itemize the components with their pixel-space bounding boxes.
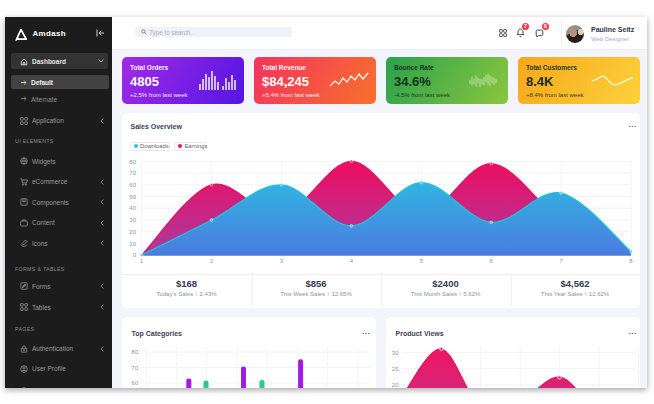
svg-text:10: 10	[129, 240, 136, 246]
svg-text:5: 5	[420, 257, 424, 263]
svg-text:70: 70	[131, 365, 138, 371]
svg-text:6: 6	[490, 257, 494, 263]
svg-text:80: 80	[131, 349, 138, 355]
svg-text:70: 70	[129, 170, 136, 176]
svg-text:8: 8	[629, 257, 633, 263]
svg-text:25: 25	[392, 366, 399, 372]
svg-text:3: 3	[280, 257, 284, 263]
svg-text:80: 80	[129, 158, 136, 164]
svg-text:2: 2	[210, 257, 214, 263]
svg-text:7: 7	[559, 257, 563, 263]
svg-text:4: 4	[350, 257, 354, 263]
svg-text:60: 60	[131, 380, 138, 386]
svg-text:60: 60	[129, 182, 136, 188]
svg-text:20: 20	[129, 228, 136, 234]
svg-text:30: 30	[392, 350, 399, 356]
svg-text:1: 1	[140, 257, 144, 263]
svg-text:20: 20	[392, 382, 399, 388]
svg-text:30: 30	[129, 217, 136, 223]
svg-text:50: 50	[129, 193, 136, 199]
svg-text:0: 0	[133, 252, 137, 258]
svg-text:40: 40	[129, 205, 136, 211]
